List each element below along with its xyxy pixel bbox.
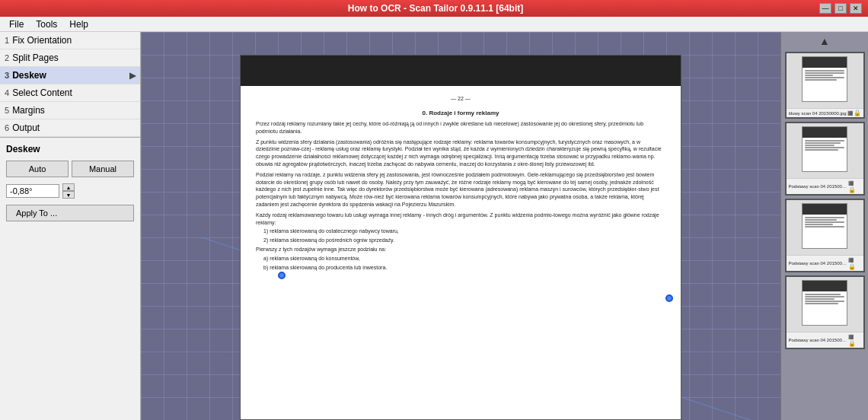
angle-input[interactable]: [6, 184, 59, 198]
step-select-content[interactable]: 4 Select Content: [0, 84, 140, 102]
thumbnail-2-label: Podstawy scan 04 20150001.jpg ▦🔒: [787, 255, 863, 271]
doc-header: [241, 56, 681, 86]
paragraph-7: a) reklama skierowaną do konsumentów,: [263, 255, 665, 262]
navigation-top: ▲: [819, 35, 830, 47]
thumbnail-1-image: [787, 123, 863, 178]
thumb-1-icons: ▦🔒: [848, 180, 860, 193]
step-split-pages[interactable]: 2 Split Pages: [0, 49, 140, 67]
step-margins[interactable]: 5 Margins: [0, 102, 140, 119]
paragraph-4: 1) reklama skierowaną do ostatecznego na…: [263, 228, 665, 235]
page-number: — 22 —: [256, 92, 665, 106]
paragraph-2: Podział reklamy na rodzaje, z punktu wid…: [256, 171, 665, 208]
thumb-0-icons: ▦🔒: [847, 110, 861, 116]
thumbnail-1[interactable]: Podstawy scan 04 20150000.jpg ▦🔒: [785, 122, 865, 196]
thumb-0-header: [803, 57, 847, 68]
deskew-panel: Deskew Auto Manual ▲ ▼ Apply To ...: [0, 138, 140, 228]
thumbnail-3-image: [787, 277, 863, 332]
deskew-mode-buttons: Auto Manual: [6, 161, 134, 177]
thumbnail-2[interactable]: Podstawy scan 04 20150001.jpg ▦🔒: [785, 199, 865, 272]
thumbnail-0-image: [787, 53, 863, 108]
thumbnail-3[interactable]: Podstawy scan 04 20150001.jpg ▦🔒: [785, 275, 865, 349]
thumb-3-content: [803, 291, 847, 307]
thumb-1-header: [803, 127, 847, 138]
step-fix-orientation[interactable]: 1 Fix Orientation: [0, 32, 140, 49]
paragraph-0: Przez rodzaj reklamy rozumiany takie jej…: [256, 120, 665, 135]
title-bar: How to OCR - Scan Tailor 0.9.11.1 [64bit…: [0, 0, 868, 17]
thumb-0-content: [803, 68, 847, 83]
window-title: How to OCR - Scan Tailor 0.9.11.1 [64bit…: [52, 3, 819, 14]
window-controls: — □ ✕: [819, 3, 862, 14]
thumbnail-0[interactable]: bluwy scan 04 20150000.jpg ▦🔒: [785, 52, 865, 119]
menu-bar: File Tools Help: [0, 17, 868, 32]
menu-file[interactable]: File: [3, 18, 30, 31]
paragraph-1: Z punktu widzenia sfery działania (zasto…: [256, 138, 665, 168]
maximize-button[interactable]: □: [834, 3, 847, 14]
thumbnail-2-image: [787, 200, 863, 255]
spin-up-button[interactable]: ▲: [62, 183, 75, 191]
paragraph-5: 2) reklama skierowaną do pośrednich ogni…: [263, 237, 665, 244]
canvas-area: — 22 — 0. Rodzaje i formy reklamy Przez …: [141, 32, 780, 420]
paragraph-3: Każdy rodzaj reklamowanego towaru lub us…: [256, 212, 665, 227]
deskew-title: Deskew: [6, 144, 134, 154]
close-button[interactable]: ✕: [850, 3, 862, 14]
thumbnail-0-label: bluwy scan 04 20150000.jpg ▦🔒: [787, 108, 863, 117]
main-layout: 1 Fix Orientation 2 Split Pages 3 Deskew…: [0, 32, 868, 420]
paragraph-8: b) reklama skierowaną do producenta lub …: [263, 264, 665, 272]
thumb-2-content: [803, 215, 847, 230]
document-page: — 22 — 0. Rodzaje i formy reklamy Przez …: [240, 55, 681, 420]
nav-up-arrow[interactable]: ▲: [819, 35, 830, 47]
minimize-button[interactable]: —: [819, 3, 831, 14]
auto-button[interactable]: Auto: [6, 161, 69, 177]
angle-spinner: ▲ ▼: [62, 183, 75, 199]
right-control-point[interactable]: [665, 294, 673, 302]
left-control-point[interactable]: [278, 272, 286, 279]
angle-row: ▲ ▼: [6, 183, 134, 199]
thumb-2-icons: ▦🔒: [848, 256, 860, 270]
menu-help[interactable]: Help: [63, 18, 94, 31]
left-panel: 1 Fix Orientation 2 Split Pages 3 Deskew…: [0, 32, 141, 420]
doc-heading: 0. Rodzaje i formy reklamy: [256, 109, 665, 117]
step-deskew[interactable]: 3 Deskew ▶: [0, 67, 140, 84]
step-deskew-arrow: ▶: [129, 71, 136, 81]
steps-list: 1 Fix Orientation 2 Split Pages 3 Deskew…: [0, 32, 140, 138]
right-panel: ▲ bluwy scan 04 20150000.jpg ▦�: [780, 32, 868, 420]
manual-button[interactable]: Manual: [72, 161, 134, 177]
page-container: — 22 — 0. Rodzaje i formy reklamy Przez …: [202, 55, 750, 420]
step-output[interactable]: 6 Output: [0, 119, 140, 137]
thumb-3-icons: ▦🔒: [848, 333, 860, 347]
thumb-1-content: [803, 138, 847, 153]
thumb-3-header: [803, 281, 847, 291]
doc-content: — 22 — 0. Rodzaje i formy reklamy Przez …: [241, 86, 681, 277]
thumbnail-1-label: Podstawy scan 04 20150000.jpg ▦🔒: [787, 178, 863, 194]
apply-button[interactable]: Apply To ...: [6, 205, 134, 221]
spin-down-button[interactable]: ▼: [62, 191, 75, 199]
menu-tools[interactable]: Tools: [30, 18, 63, 31]
paragraph-6: Pierwszy z tych rodzajów wymaga jeszcze …: [256, 246, 665, 253]
thumb-2-header: [803, 204, 847, 215]
thumbnail-3-label: Podstawy scan 04 20150001.jpg ▦🔒: [787, 332, 863, 348]
